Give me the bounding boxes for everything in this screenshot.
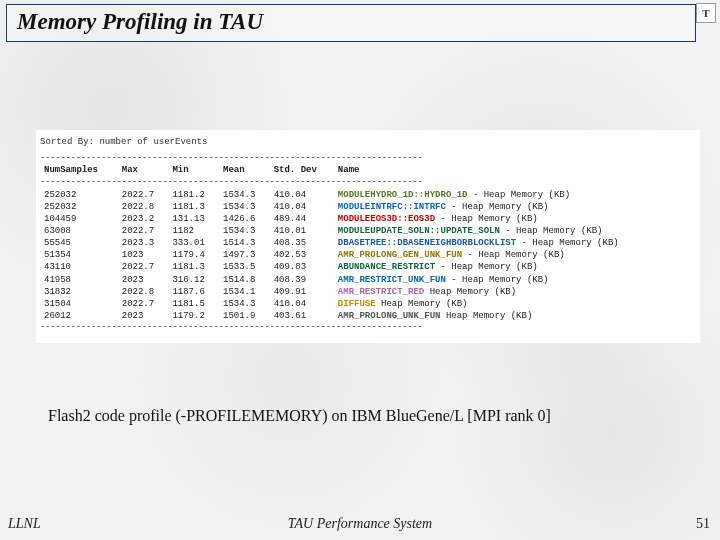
cell-max: 1023 xyxy=(118,249,169,261)
heap-suffix: - Heap Memory (KB) xyxy=(467,190,570,200)
heap-suffix: Heap Memory (KB) xyxy=(376,299,468,309)
table-row: 315042022.71181.51534.3410.04DIFFUSE Hea… xyxy=(40,298,696,310)
divider-row: ----------------------------------------… xyxy=(40,176,696,188)
cell-name: AMR_PROLONG_GEN_UNK_FUN - Heap Memory (K… xyxy=(334,249,696,261)
heap-suffix: - Heap Memory (KB) xyxy=(500,226,603,236)
cell-std: 410.04 xyxy=(270,189,334,201)
footer-center: TAU Performance System xyxy=(0,516,720,532)
cell-std: 489.44 xyxy=(270,213,334,225)
table-row: 419582023316.121514.8408.39AMR_RESTRICT_… xyxy=(40,274,696,286)
cell-name: AMR_RESTRICT_RED Heap Memory (KB) xyxy=(334,286,696,298)
heap-suffix: - Heap Memory (KB) xyxy=(446,275,549,285)
cell-max: 2023.3 xyxy=(118,237,169,249)
cell-name: MODULEINTRFC::INTRFC - Heap Memory (KB) xyxy=(334,201,696,213)
cell-min: 316.12 xyxy=(168,274,219,286)
cell-mean: 1534.3 xyxy=(219,189,270,201)
cell-min: 1187.6 xyxy=(168,286,219,298)
cell-name: MODULEUPDATE_SOLN::UPDATE_SOLN - Heap Me… xyxy=(334,225,696,237)
cell-samples: 51354 xyxy=(40,249,118,261)
cell-max: 2022.7 xyxy=(118,189,169,201)
table-row: 1044592023.2131.131426.6489.44MODULEEOS3… xyxy=(40,213,696,225)
cell-max: 2022.7 xyxy=(118,261,169,273)
col-min: Min xyxy=(168,164,219,176)
cell-samples: 252032 xyxy=(40,201,118,213)
cell-max: 2022.7 xyxy=(118,298,169,310)
cell-std: 408.39 xyxy=(270,274,334,286)
heap-suffix: - Heap Memory (KB) xyxy=(516,238,619,248)
cell-min: 333.01 xyxy=(168,237,219,249)
footer-page-number: 51 xyxy=(696,516,710,532)
table-row: 555452023.3333.011514.3408.35DBASETREE::… xyxy=(40,237,696,249)
table-row: 5135410231179.41497.3402.53AMR_PROLONG_G… xyxy=(40,249,696,261)
heap-suffix: Heap Memory (KB) xyxy=(424,287,516,297)
heap-suffix: - Heap Memory (KB) xyxy=(435,262,538,272)
function-name: MODULEEOS3D::EOS3D xyxy=(338,214,435,224)
cell-name: MODULEHYDRO_1D::HYDRO_1D - Heap Memory (… xyxy=(334,189,696,201)
cell-mean: 1497.3 xyxy=(219,249,270,261)
function-name: ABUNDANCE_RESTRICT xyxy=(338,262,435,272)
cell-samples: 31832 xyxy=(40,286,118,298)
table-row: 318322022.81187.61534.1409.91AMR_RESTRIC… xyxy=(40,286,696,298)
cell-min: 1179.4 xyxy=(168,249,219,261)
page-title: Memory Profiling in TAU xyxy=(17,9,263,34)
tau-badge-letter: T xyxy=(702,7,709,19)
cell-std: 402.53 xyxy=(270,249,334,261)
table-row: 630082022.711821534.3410.01MODULEUPDATE_… xyxy=(40,225,696,237)
cell-max: 2023.2 xyxy=(118,213,169,225)
cell-name: MODULEEOS3D::EOS3D - Heap Memory (KB) xyxy=(334,213,696,225)
profile-table-area: Sorted By: number of userEvents --------… xyxy=(36,130,700,343)
cell-samples: 104459 xyxy=(40,213,118,225)
col-max: Max xyxy=(118,164,169,176)
cell-name: DBASETREE::DBASENEIGHBORBLOCKLIST - Heap… xyxy=(334,237,696,249)
profile-table: NumSamples Max Min Mean Std. Dev Name --… xyxy=(40,164,696,322)
heap-suffix: - Heap Memory (KB) xyxy=(435,214,538,224)
table-row: 2520322022.81181.31534.3410.04MODULEINTR… xyxy=(40,201,696,213)
cell-min: 131.13 xyxy=(168,213,219,225)
cell-samples: 63008 xyxy=(40,225,118,237)
function-name: AMR_PROLONG_GEN_UNK_FUN xyxy=(338,250,462,260)
cell-min: 1181.3 xyxy=(168,261,219,273)
title-box: Memory Profiling in TAU xyxy=(6,4,696,42)
cell-max: 2022.8 xyxy=(118,201,169,213)
cell-max: 2022.7 xyxy=(118,225,169,237)
cell-min: 1181.3 xyxy=(168,201,219,213)
cell-std: 410.01 xyxy=(270,225,334,237)
cell-max: 2023 xyxy=(118,274,169,286)
cell-samples: 41958 xyxy=(40,274,118,286)
function-name: DIFFUSE xyxy=(338,299,376,309)
cell-name: DIFFUSE Heap Memory (KB) xyxy=(334,298,696,310)
cell-min: 1181.5 xyxy=(168,298,219,310)
table-row: 2520322022.71181.21534.3410.04MODULEHYDR… xyxy=(40,189,696,201)
cell-min: 1181.2 xyxy=(168,189,219,201)
cell-samples: 43110 xyxy=(40,261,118,273)
function-name: MODULEHYDRO_1D::HYDRO_1D xyxy=(338,190,468,200)
cell-std: 410.04 xyxy=(270,298,334,310)
cell-std: 410.04 xyxy=(270,201,334,213)
cell-mean: 1514.3 xyxy=(219,237,270,249)
divider-mid: ----------------------------------------… xyxy=(40,321,696,333)
heap-suffix: - Heap Memory (KB) xyxy=(462,250,565,260)
cell-std: 408.35 xyxy=(270,237,334,249)
cell-mean: 1514.8 xyxy=(219,274,270,286)
cell-mean: 1534.1 xyxy=(219,286,270,298)
heap-suffix: - Heap Memory (KB) xyxy=(446,202,549,212)
figure-caption: Flash2 code profile (-PROFILEMEMORY) on … xyxy=(48,407,700,425)
col-name: Name xyxy=(334,164,696,176)
cell-mean: 1534.3 xyxy=(219,298,270,310)
tau-badge: T xyxy=(696,3,716,23)
sort-by-line: Sorted By: number of userEvents xyxy=(40,136,696,148)
function-name: AMR_PROLONG_UNK_FUN xyxy=(338,311,441,321)
table-row: 431102022.71181.31533.5409.83ABUNDANCE_R… xyxy=(40,261,696,273)
cell-mean: 1533.5 xyxy=(219,261,270,273)
cell-std: 409.83 xyxy=(270,261,334,273)
cell-mean: 1534.3 xyxy=(219,225,270,237)
function-name: AMR_RESTRICT_RED xyxy=(338,287,424,297)
cell-name: ABUNDANCE_RESTRICT - Heap Memory (KB) xyxy=(334,261,696,273)
function-name: MODULEINTRFC::INTRFC xyxy=(338,202,446,212)
cell-min: 1182 xyxy=(168,225,219,237)
col-mean: Mean xyxy=(219,164,270,176)
cell-name: AMR_RESTRICT_UNK_FUN - Heap Memory (KB) xyxy=(334,274,696,286)
col-stddev: Std. Dev xyxy=(270,164,334,176)
cell-max: 2022.8 xyxy=(118,286,169,298)
cell-samples: 55545 xyxy=(40,237,118,249)
